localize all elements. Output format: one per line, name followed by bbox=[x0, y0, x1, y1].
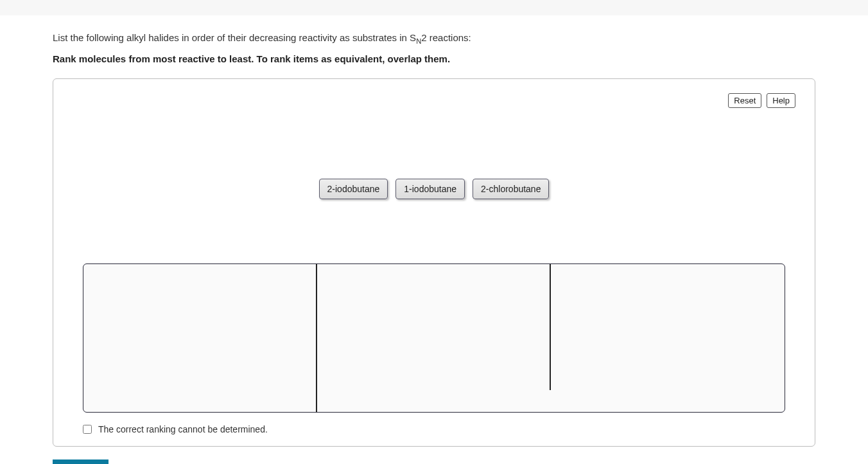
chip-1-iodobutane[interactable]: 1-iodobutane bbox=[395, 179, 465, 199]
ranking-workspace: Reset Help 2-iodobutane 1-iodobutane 2-c… bbox=[53, 78, 815, 447]
reset-button[interactable]: Reset bbox=[728, 93, 761, 108]
ranking-drop-zone[interactable] bbox=[83, 263, 785, 413]
ranking-instruction: Rank molecules from most reactive to lea… bbox=[53, 53, 815, 64]
prompt-prefix: List the following alkyl halides in orde… bbox=[53, 32, 416, 43]
chip-2-iodobutane[interactable]: 2-iodobutane bbox=[319, 179, 388, 199]
cannot-determine-label: The correct ranking cannot be determined… bbox=[98, 424, 268, 434]
draggable-chips-row: 2-iodobutane 1-iodobutane 2-chlorobutane bbox=[69, 179, 799, 199]
action-row: Submit Request Answer bbox=[53, 460, 815, 464]
submit-button[interactable]: Submit bbox=[53, 460, 108, 464]
content-area: List the following alkyl halides in orde… bbox=[0, 15, 868, 464]
drop-slot-2[interactable] bbox=[317, 264, 551, 412]
drop-slot-1[interactable] bbox=[83, 264, 317, 412]
cannot-determine-row: The correct ranking cannot be determined… bbox=[83, 424, 799, 434]
prompt-suffix: 2 reactions: bbox=[421, 32, 471, 43]
drop-slot-3[interactable] bbox=[551, 264, 785, 412]
cannot-determine-checkbox[interactable] bbox=[83, 425, 92, 434]
help-button[interactable]: Help bbox=[767, 93, 795, 108]
workspace-controls: Reset Help bbox=[728, 93, 795, 108]
question-prompt: List the following alkyl halides in orde… bbox=[53, 31, 815, 44]
page-top-bar bbox=[0, 0, 868, 15]
chip-2-chlorobutane[interactable]: 2-chlorobutane bbox=[473, 179, 549, 199]
